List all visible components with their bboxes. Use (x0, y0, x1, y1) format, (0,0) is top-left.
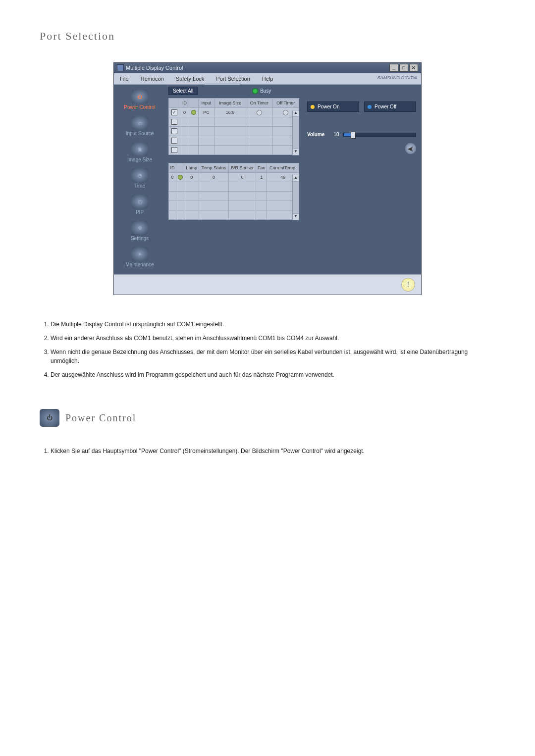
power-off-icon (368, 105, 372, 109)
table-cell (246, 108, 272, 117)
sidebar-item-label: Power Control (118, 104, 161, 110)
window-title: Multiple Display Control (126, 65, 388, 71)
main-panel: Select All Busy IDInputImage SizeOn Time… (165, 85, 302, 274)
menu-item-help[interactable]: Help (256, 73, 279, 84)
power-control-icon: ⏻ (131, 90, 148, 103)
status-dot-icon (178, 175, 183, 180)
scroll-up-button[interactable]: ▲ (293, 175, 299, 182)
row-checkbox[interactable] (171, 109, 177, 115)
table-row[interactable] (169, 192, 299, 201)
row-checkbox[interactable] (171, 119, 177, 125)
power-control-heading: Power Control (65, 412, 136, 424)
table-cell (199, 136, 214, 146)
close-button[interactable]: ✕ (409, 64, 418, 72)
timer-indicator-icon (257, 110, 262, 115)
table-cell (189, 108, 198, 117)
minimize-button[interactable]: _ (389, 64, 398, 72)
table-header: Off Timer (272, 99, 299, 108)
table-cell (169, 117, 180, 127)
sidebar-item-image-size[interactable]: ▣Image Size (118, 142, 161, 162)
display-table-scrollbar[interactable]: ▲ ▼ (292, 110, 299, 155)
scroll-down-button[interactable]: ▼ (293, 213, 299, 220)
sidebar-item-pip[interactable]: ▢PIP (118, 195, 161, 215)
table-cell (184, 210, 199, 220)
volume-slider-fill (344, 133, 351, 136)
row-checkbox[interactable] (171, 147, 177, 153)
table-cell (256, 192, 267, 201)
table-cell (214, 136, 246, 146)
table-cell (189, 136, 198, 146)
time-icon: ◔ (131, 168, 148, 182)
table-row[interactable] (169, 182, 299, 192)
table-cell: 16:9 (214, 108, 246, 117)
table-cell (228, 182, 256, 192)
table-row[interactable]: 0000149 (169, 173, 299, 182)
display-table: IDInputImage SizeOn TimerOff Timer0PC16:… (168, 98, 299, 155)
sidebar-item-input-source[interactable]: ▭Input Source (118, 116, 161, 136)
menu-item-remocon[interactable]: Remocon (135, 73, 170, 84)
table-row[interactable] (169, 136, 299, 146)
busy-label: Busy (260, 88, 271, 94)
table-cell (189, 117, 198, 127)
row-checkbox[interactable] (171, 138, 177, 144)
table-row[interactable] (169, 210, 299, 220)
table-cell (256, 201, 267, 210)
power-on-button[interactable]: Power On (307, 101, 359, 112)
sidebar-item-label: Input Source (118, 131, 161, 136)
table-row[interactable] (169, 201, 299, 210)
table-header: CurrentTemp. (267, 163, 299, 173)
app-icon (117, 64, 124, 71)
status-table-scrollbar[interactable]: ▲ ▼ (292, 175, 299, 220)
list-item: Wird ein anderer Anschluss als COM1 benu… (51, 334, 495, 343)
toolbar: Select All Busy (168, 87, 299, 95)
sidebar: ⏻Power Control▭Input Source▣Image Size◔T… (114, 85, 165, 274)
table-row[interactable] (169, 117, 299, 127)
table-cell (169, 210, 176, 220)
maintenance-icon: ✦ (131, 247, 148, 261)
sidebar-item-settings[interactable]: ⚙Settings (118, 221, 161, 241)
volume-slider[interactable] (343, 133, 416, 137)
table-cell (169, 201, 176, 210)
table-cell: 0 (169, 173, 176, 182)
table-cell (180, 136, 189, 146)
table-cell (169, 146, 180, 155)
table-cell (199, 192, 229, 201)
table-cell (214, 127, 246, 136)
table-cell (199, 146, 214, 155)
table-header: ID (180, 99, 189, 108)
row-checkbox[interactable] (171, 128, 177, 134)
table-header (189, 99, 198, 108)
table-header: ID (169, 163, 176, 173)
sidebar-item-power-control[interactable]: ⏻Power Control (118, 90, 161, 110)
table-cell (184, 192, 199, 201)
table-header: Temp.Status (199, 163, 229, 173)
power-control-notes: Klicken Sie auf das Hauptsymbol "Power C… (40, 447, 495, 455)
power-on-icon (311, 105, 315, 109)
table-cell (176, 210, 184, 220)
power-off-button[interactable]: Power Off (364, 101, 416, 112)
sidebar-item-maintenance[interactable]: ✦Maintenance (118, 247, 161, 267)
table-cell (184, 182, 199, 192)
brand-label: SAMSUNG DIGITall (374, 73, 421, 84)
table-cell (176, 201, 184, 210)
maximize-button[interactable]: □ (399, 64, 408, 72)
table-row[interactable] (169, 146, 299, 155)
list-item: Die Multiple Display Control ist ursprün… (51, 320, 495, 329)
table-cell (214, 146, 246, 155)
table-cell (214, 117, 246, 127)
menu-item-file[interactable]: File (114, 73, 135, 84)
power-control-heading-row: ⏻ Power Control (40, 409, 495, 427)
table-cell (180, 146, 189, 155)
table-row[interactable]: 0PC16:9 (169, 108, 299, 117)
list-item: Wenn nicht die genaue Bezeichnung des An… (51, 348, 495, 365)
volume-slider-thumb[interactable] (351, 132, 356, 139)
scroll-up-button[interactable]: ▲ (293, 110, 299, 117)
select-all-button[interactable]: Select All (168, 87, 198, 95)
menu-item-safety-lock[interactable]: Safety Lock (170, 73, 210, 84)
table-cell: PC (199, 108, 214, 117)
table-header: On Timer (246, 99, 272, 108)
menu-item-port-selection[interactable]: Port Selection (210, 73, 256, 84)
table-row[interactable] (169, 127, 299, 136)
scroll-down-button[interactable]: ▼ (293, 149, 299, 155)
sidebar-item-time[interactable]: ◔Time (118, 168, 161, 189)
